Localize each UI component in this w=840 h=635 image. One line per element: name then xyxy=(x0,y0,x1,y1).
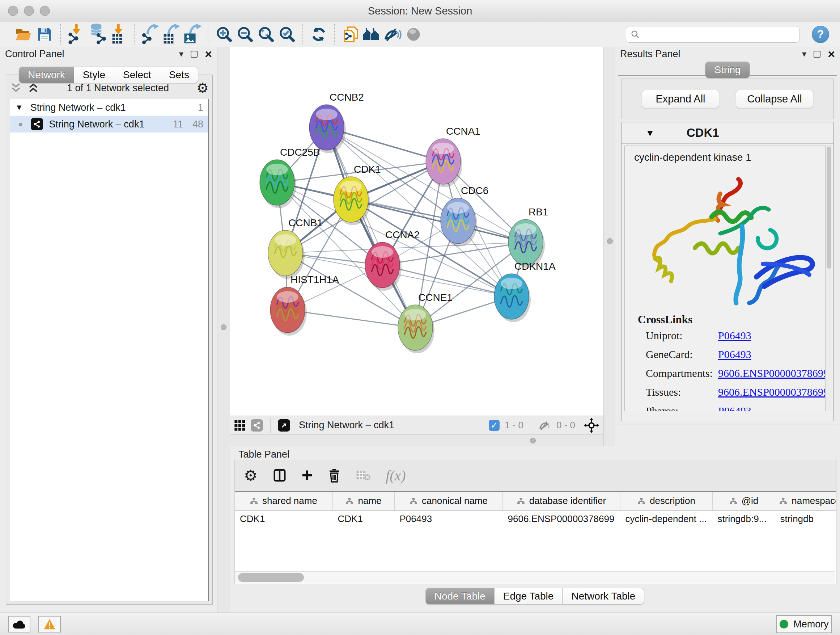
panel-menu-icon[interactable]: ▾ xyxy=(179,49,183,59)
column-header-database-identifier[interactable]: database identifier xyxy=(503,492,621,510)
string-network-icon xyxy=(31,118,43,130)
results-scrollbar[interactable] xyxy=(826,146,832,411)
collapse-all-button[interactable]: Collapse All xyxy=(736,90,813,108)
open-session-button[interactable] xyxy=(13,24,34,45)
network-row[interactable]: ● String Network – cdk1 11 48 xyxy=(10,116,208,133)
edge-CCNB2-CCNE1[interactable] xyxy=(327,127,415,328)
tree-expanded-icon[interactable]: ▼ xyxy=(15,103,23,112)
zoom-fit-button[interactable] xyxy=(256,24,276,45)
zoom-in-icon xyxy=(216,26,232,43)
scrollbar-thumb[interactable] xyxy=(827,147,831,269)
table-cell[interactable]: stringdb xyxy=(775,510,836,527)
zoom-out-button[interactable] xyxy=(234,24,256,45)
cloud-status-button[interactable] xyxy=(8,616,30,632)
network-view-canvas[interactable]: CCNB2CCNA1CDC25BCDK1CDC6RB1CCNB1CCNA2CDK… xyxy=(230,47,603,416)
table-row[interactable]: CDK1CDK1P064939606.ENSP00000378699cyclin… xyxy=(235,510,836,527)
crosslink-link[interactable]: P06493 xyxy=(718,405,752,411)
crosslink-link[interactable]: 9606.ENSP00000378699 xyxy=(718,367,826,379)
zoom-selected-button[interactable] xyxy=(276,24,297,45)
export-table-button[interactable] xyxy=(161,24,182,45)
gene-entry-header[interactable]: ▼ CDK1 xyxy=(622,122,834,144)
tab-string[interactable]: String xyxy=(705,62,750,78)
scrollbar-thumb[interactable] xyxy=(238,573,304,582)
splitter-handle[interactable] xyxy=(221,325,226,330)
detach-view-icon[interactable] xyxy=(278,419,290,432)
gear-icon[interactable]: ⚙ xyxy=(244,467,257,485)
tab-node-table[interactable]: Node Table xyxy=(425,588,494,605)
column-header-description[interactable]: description xyxy=(621,492,713,510)
crosslink-link[interactable]: P06493 xyxy=(718,348,752,361)
import-table-from-file-button[interactable] xyxy=(108,24,129,45)
float-panel-icon[interactable] xyxy=(191,51,197,57)
vertical-splitter-left[interactable] xyxy=(217,47,231,613)
column-header--id[interactable]: @id xyxy=(713,492,775,510)
table-cell[interactable]: 9606.ENSP00000378699 xyxy=(503,510,621,527)
close-panel-icon[interactable]: × xyxy=(205,48,212,60)
attribute-type-icon xyxy=(346,497,354,505)
grid-view-icon[interactable] xyxy=(234,420,246,431)
node-RB1[interactable]: RB1 xyxy=(508,206,548,268)
tab-network-table[interactable]: Network Table xyxy=(562,588,644,605)
apply-layout-button[interactable] xyxy=(308,24,329,45)
expand-all-icon[interactable] xyxy=(27,82,39,93)
table-cell[interactable]: P06493 xyxy=(395,510,503,527)
close-panel-icon[interactable]: × xyxy=(828,48,835,60)
tab-network[interactable]: Network xyxy=(19,67,74,83)
edge-CDK1-RB1[interactable] xyxy=(351,200,526,242)
toolbar-search-field[interactable] xyxy=(626,26,799,43)
hide-selected-button[interactable] xyxy=(382,24,403,45)
clone-network-button[interactable] xyxy=(340,24,361,45)
node-HIST1H1A[interactable]: HIST1H1A xyxy=(270,274,339,336)
network-graph[interactable]: CCNB2CCNA1CDC25BCDK1CDC6RB1CCNB1CCNA2CDK… xyxy=(230,47,603,416)
horizontal-splitter[interactable] xyxy=(230,434,603,447)
show-columns-icon[interactable] xyxy=(273,469,286,482)
expand-all-button[interactable]: Expand All xyxy=(642,90,719,108)
node-CCNE1[interactable]: CCNE1 xyxy=(398,292,453,353)
memory-button[interactable]: Memory xyxy=(776,615,832,633)
panel-menu-icon[interactable]: ▾ xyxy=(802,49,806,59)
save-session-button[interactable] xyxy=(34,24,55,45)
column-header-name[interactable]: name xyxy=(333,492,395,510)
add-column-icon[interactable]: + xyxy=(302,468,313,483)
collapse-entry-icon[interactable]: ▼ xyxy=(645,127,655,139)
tab-style[interactable]: Style xyxy=(74,67,114,83)
crosslink-link[interactable]: 9606.ENSP00000378699 xyxy=(718,386,826,398)
collection-label: String Network – cdk1 xyxy=(30,102,198,113)
export-image-button[interactable] xyxy=(182,24,202,45)
table-panel-box: ⚙ + f(x) xyxy=(234,460,836,584)
export-network-button[interactable] xyxy=(140,24,161,45)
node-CCNA1[interactable]: CCNA1 xyxy=(426,126,480,187)
table-cell[interactable]: CDK1 xyxy=(333,510,395,527)
column-header-canonical-name[interactable]: canonical name xyxy=(395,492,503,510)
import-network-from-file-button[interactable] xyxy=(66,24,87,45)
first-neighbors-button[interactable] xyxy=(361,24,382,45)
float-panel-icon[interactable] xyxy=(813,51,821,57)
network-view-type-icon[interactable] xyxy=(251,419,263,432)
warnings-button[interactable] xyxy=(38,616,61,632)
tab-select[interactable]: Select xyxy=(114,67,160,83)
node-CDK1[interactable]: CDK1 xyxy=(333,164,381,225)
column-header-namespace[interactable]: namespace xyxy=(775,492,836,510)
splitter-handle[interactable] xyxy=(530,438,536,443)
tab-edge-table[interactable]: Edge Table xyxy=(494,588,563,605)
column-header-shared-name[interactable]: shared name xyxy=(235,492,333,510)
node-CDKN1A[interactable]: CDKN1A xyxy=(494,261,556,322)
table-cell[interactable]: stringdb:9... xyxy=(713,510,775,527)
zoom-in-button[interactable] xyxy=(213,24,234,45)
network-collection-row[interactable]: ▼ String Network – cdk1 1 xyxy=(10,99,208,116)
show-all-button[interactable] xyxy=(403,24,424,45)
birds-eye-crosshair-icon[interactable] xyxy=(584,418,599,433)
table-cell[interactable]: cyclin-dependent ... xyxy=(621,510,713,527)
network-view-title: String Network – cdk1 xyxy=(299,420,484,431)
import-network-from-database-button[interactable] xyxy=(87,24,108,45)
splitter-handle[interactable] xyxy=(607,238,613,244)
collapse-all-icon[interactable] xyxy=(10,82,22,93)
crosslink-link[interactable]: P06493 xyxy=(718,329,752,342)
table-cell[interactable]: CDK1 xyxy=(235,510,333,527)
table-horizontal-scrollbar[interactable] xyxy=(235,571,835,583)
function-builder-icon-disabled: f(x) xyxy=(386,467,406,484)
selected-checkbox-icon[interactable]: ✓ xyxy=(489,420,500,431)
delete-column-icon[interactable] xyxy=(328,468,341,483)
tab-sets[interactable]: Sets xyxy=(160,67,198,83)
help-button[interactable]: ? xyxy=(812,26,829,43)
